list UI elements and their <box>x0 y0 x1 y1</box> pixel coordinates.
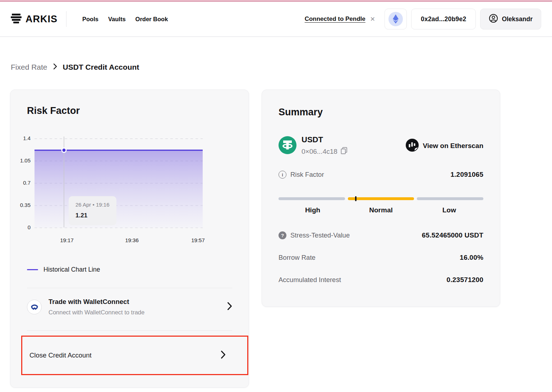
token-row: USDT 0×06...4c18 <box>279 135 483 156</box>
nav-item-pools[interactable]: Pools <box>82 16 98 23</box>
etherscan-icon <box>406 139 419 153</box>
connection-link[interactable]: Connected to Pendle <box>305 15 365 23</box>
x-axis-tick: 19:17 <box>52 237 81 243</box>
header: ARKIS Pools Vaults Order Book Connected … <box>0 2 552 37</box>
wallet-address: 0x2ad...20b9e2 <box>421 15 466 23</box>
chart-plot <box>27 134 233 248</box>
stress-tested-value-row: ? Stress-Tested-Value 65.52465000 USDT <box>279 231 483 239</box>
copy-icon[interactable] <box>341 147 348 156</box>
breadcrumb-section[interactable]: Fixed Rate <box>11 63 47 72</box>
gauge-label-low: Low <box>415 206 483 214</box>
account-button[interactable]: Oleksandr <box>480 9 541 29</box>
x-axis-tick: 19:57 <box>184 237 212 243</box>
accumulated-interest-value: 0.23571200 <box>447 276 483 284</box>
legend-label: Historical Chart Line <box>43 266 100 273</box>
y-axis-tick: 0.35 <box>15 202 31 208</box>
close-account-highlight: Close Credit Account <box>21 336 248 375</box>
view-on-etherscan-link[interactable]: View on Etherscan <box>406 139 483 153</box>
y-axis-tick: 1.4 <box>15 135 31 141</box>
close-credit-account-row[interactable]: Close Credit Account <box>29 350 226 360</box>
risk-gauge <box>279 197 483 200</box>
risk-factor-row: i Risk Factor 1.2091065 <box>279 171 483 179</box>
accumulated-interest-label: Accumulated Interest <box>279 276 341 284</box>
info-icon[interactable]: i <box>279 171 286 179</box>
nav-item-order-book[interactable]: Order Book <box>135 16 168 23</box>
risk-factor-label: Risk Factor <box>290 171 324 179</box>
borrow-rate-row: Borrow Rate 16.00% <box>279 254 483 262</box>
gauge-segment-normal <box>348 197 414 200</box>
summary-card: Summary USDT 0×06...4c18 <box>262 89 500 307</box>
ethereum-icon <box>388 12 403 26</box>
stress-tested-value: 65.52465000 USDT <box>422 231 483 239</box>
gauge-label-normal: Normal <box>347 206 415 214</box>
close-icon[interactable]: ✕ <box>370 16 375 22</box>
risk-factor-card: Risk Factor <box>10 89 249 388</box>
gauge-marker <box>355 196 356 201</box>
chart-legend: Historical Chart Line <box>27 266 232 273</box>
tooltip-value: 1.21 <box>75 212 110 219</box>
user-icon <box>489 14 498 25</box>
header-divider <box>66 11 66 27</box>
gauge-label-high: High <box>279 206 347 214</box>
breadcrumb-chevron-icon <box>53 63 57 71</box>
network-button[interactable] <box>385 9 407 29</box>
token-address: 0×06...4c18 <box>302 148 337 156</box>
logo[interactable]: ARKIS <box>11 14 58 25</box>
risk-card-title: Risk Factor <box>27 105 232 116</box>
divider <box>27 288 232 288</box>
chevron-right-icon <box>227 302 232 312</box>
gauge-segment-high <box>279 197 345 200</box>
tooltip-date: 26 Apr • 19:16 <box>75 202 110 208</box>
legend-line-swatch <box>27 269 38 271</box>
chart-tooltip: 26 Apr • 19:16 1.21 <box>69 196 116 225</box>
main-nav: Pools Vaults Order Book <box>82 16 168 23</box>
arkis-logo-icon <box>11 14 22 25</box>
username: Oleksandr <box>502 15 533 23</box>
breadcrumb: Fixed Rate USDT Credit Account <box>11 63 552 72</box>
trade-row-title: Trade with WalletConnect <box>49 298 144 306</box>
logo-text: ARKIS <box>26 14 58 25</box>
risk-factor-value: 1.2091065 <box>450 171 483 179</box>
y-axis-tick: 0.7 <box>15 180 31 186</box>
risk-factor-chart[interactable]: 1.4 1.05 0.7 0.35 0 19:17 19:36 19:57 26… <box>27 134 233 248</box>
token-symbol: USDT <box>302 135 348 144</box>
page-title: USDT Credit Account <box>63 63 139 72</box>
divider <box>27 330 232 331</box>
gauge-labels: High Normal Low <box>279 206 483 214</box>
y-axis-tick: 0 <box>15 224 31 230</box>
accumulated-interest-row: Accumulated Interest 0.23571200 <box>279 276 483 284</box>
trade-row-subtitle: Connect with WalletConnect to trade <box>49 309 144 316</box>
trade-walletconnect-row[interactable]: Trade with WalletConnect Connect with Wa… <box>27 298 232 316</box>
gauge-segment-low <box>417 197 483 200</box>
help-icon[interactable]: ? <box>279 231 286 239</box>
x-axis-tick: 19:36 <box>118 237 146 243</box>
borrow-rate-label: Borrow Rate <box>279 254 316 262</box>
borrow-rate-value: 16.00% <box>460 254 483 262</box>
chevron-right-icon <box>221 350 226 360</box>
nav-item-vaults[interactable]: Vaults <box>108 16 126 23</box>
wallet-address-button[interactable]: 0x2ad...20b9e2 <box>411 9 476 29</box>
walletconnect-icon <box>27 300 42 314</box>
summary-title: Summary <box>279 106 483 118</box>
y-axis-tick: 1.05 <box>15 157 31 163</box>
stress-tested-value-label: Stress-Tested-Value <box>290 231 350 239</box>
etherscan-label: View on Etherscan <box>423 142 483 150</box>
usdt-token-icon <box>279 136 296 156</box>
connection-status: Connected to Pendle ✕ <box>305 15 375 23</box>
close-account-label: Close Credit Account <box>29 351 92 359</box>
